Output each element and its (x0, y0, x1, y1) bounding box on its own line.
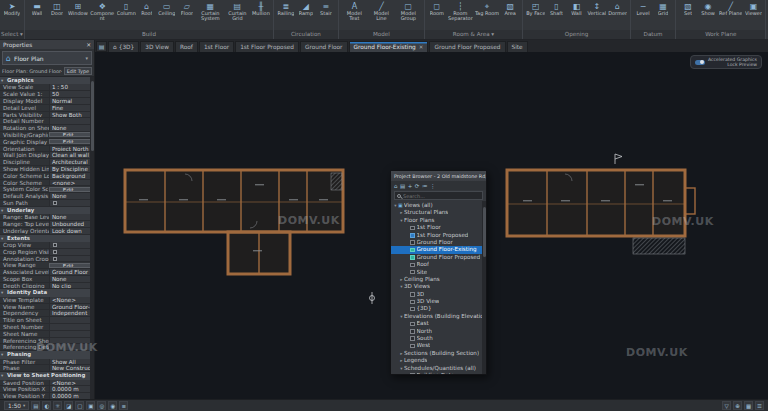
property-value[interactable]: No clip (49, 283, 94, 289)
view-checkbox[interactable] (410, 373, 415, 374)
browser-scrollbar[interactable] (482, 201, 486, 374)
tool-floor[interactable]: ▱Floor (177, 1, 197, 17)
tool-curtain-system[interactable]: ▦Curtain System (197, 1, 224, 22)
view-tab-ground-floor[interactable]: Ground Floor (300, 41, 348, 52)
graphics-toggle[interactable] (695, 60, 705, 65)
section-collapse-icon[interactable]: ▾ (1, 372, 3, 379)
view-checkbox[interactable] (410, 248, 415, 253)
tool-roof[interactable]: ⌂Roof (137, 1, 157, 17)
property-value[interactable]: 1 : 50 (49, 84, 94, 90)
tree-item-1st-floor[interactable]: 1st Floor (391, 224, 486, 231)
property-value[interactable] (49, 317, 94, 323)
tool-tag-room[interactable]: ⌖Tag Room (474, 1, 500, 17)
tool-by-face[interactable]: ◰By Face (525, 1, 546, 17)
section-collapse-icon[interactable]: ▾ (1, 77, 3, 84)
tree-item-schedules-quantities-all[interactable]: ▾Schedules/Quantities (all) (391, 365, 486, 372)
view-tab-3d-view[interactable]: 3D View (140, 41, 174, 52)
tool-railing[interactable]: ≣Railing (276, 1, 296, 17)
shadows-icon[interactable]: ◪ (64, 401, 73, 410)
selection-menu-icon[interactable]: ☰ (755, 401, 764, 410)
property-value[interactable]: Clean all wall joins (49, 152, 94, 158)
type-selector[interactable]: ⌂ Floor Plan ▾ (2, 51, 92, 65)
property-value[interactable]: Edit... (49, 187, 93, 192)
tool-show[interactable]: ◉Show (698, 1, 718, 17)
property-value[interactable] (49, 324, 94, 330)
property-section-phasing[interactable]: ▾Phasing (0, 351, 94, 358)
project-browser-titlebar[interactable]: Project Browser - 2 Old maidstone Rd, DA… (391, 171, 486, 181)
view-checkbox[interactable] (410, 233, 415, 238)
property-value[interactable]: By Discipline (49, 166, 94, 172)
property-value[interactable]: New Construction (49, 365, 94, 371)
view-tab-roof[interactable]: Roof (175, 41, 198, 52)
property-value[interactable] (49, 338, 94, 344)
property-value[interactable]: Normal (49, 98, 94, 104)
view-checkbox[interactable] (410, 255, 415, 260)
tree-item-roof[interactable]: Roof (391, 261, 486, 268)
visual-style-icon[interactable]: ◐ (42, 401, 51, 410)
filter-icon[interactable]: ▽ (722, 401, 731, 410)
view-checkbox[interactable] (410, 226, 415, 231)
tool-curtain-grid[interactable]: ▤Curtain Grid (224, 1, 251, 22)
tree-item-ceiling-plans[interactable]: ▸Ceiling Plans (391, 276, 486, 283)
property-value[interactable]: Ground Floor-Existing (49, 304, 94, 310)
refresh-icon[interactable]: ⟳ (415, 183, 420, 189)
sun-path-icon[interactable]: ☼ (53, 401, 62, 410)
property-value[interactable]: 0.0000 m (49, 386, 94, 392)
view-checkbox[interactable] (410, 329, 415, 334)
edit-type-button[interactable]: Edit Type (64, 67, 92, 75)
property-value[interactable]: Show Both (49, 112, 94, 118)
more-icon[interactable]: ⋮ (430, 183, 436, 189)
checkbox-icon[interactable] (53, 250, 58, 255)
tool-ref-plane[interactable]: ╱Ref Plane (718, 1, 743, 17)
section-collapse-icon[interactable]: ▾ (1, 289, 3, 296)
property-section-view-to-sheet-positioning[interactable]: ▾View to Sheet Positioning (0, 372, 94, 379)
tool-viewer[interactable]: ▣Viewer (743, 1, 763, 17)
view-tab-ground-floor-existing[interactable]: Ground Floor-Existing✕ (349, 41, 429, 52)
property-value[interactable] (49, 344, 94, 350)
tree-item-ground-floor[interactable]: Ground Floor (391, 239, 486, 246)
view-checkbox[interactable] (410, 336, 415, 341)
scrollbar-thumb[interactable] (483, 207, 486, 257)
property-value[interactable]: Ground Floor (49, 269, 94, 275)
property-value[interactable]: 0.0000 m (49, 393, 94, 399)
detail-level-icon[interactable]: ▤ (31, 401, 40, 410)
analytical-model-icon[interactable]: ≡ (119, 401, 128, 410)
close-tab-icon[interactable]: ✕ (419, 44, 424, 50)
add-icon[interactable]: + (408, 183, 413, 189)
tool-wall[interactable]: ◧Wall (566, 1, 586, 17)
drawing-canvas[interactable]: Accelerated Graphics Lock Preview Projec… (95, 52, 768, 399)
tool-component[interactable]: ❖Component (89, 1, 116, 22)
property-value[interactable]: None (49, 214, 94, 220)
tool-shaft[interactable]: ▯Shaft (546, 1, 566, 17)
tool-ramp[interactable]: ◢Ramp (296, 1, 316, 17)
property-value[interactable]: None (49, 125, 94, 131)
tool-set[interactable]: ▧Set (678, 1, 698, 17)
view-checkbox[interactable] (410, 270, 415, 275)
view-checkbox[interactable] (410, 240, 415, 245)
tool-ceiling[interactable]: ▭Ceiling (157, 1, 177, 17)
view-checkbox[interactable] (410, 263, 415, 268)
tool-model-line[interactable]: ╱Model Line (368, 1, 395, 22)
tool-window[interactable]: ⊞Window (67, 1, 89, 17)
viewport-controls[interactable]: Accelerated Graphics Lock Preview (690, 55, 762, 69)
tree-item-building-data[interactable]: Building Data (391, 372, 486, 374)
show-crop-region-icon[interactable]: ▣ (86, 401, 95, 410)
tool-model-text[interactable]: AModel Text (341, 1, 368, 22)
view-tab-ground-floor-proposed[interactable]: Ground Floor Proposed (429, 41, 505, 52)
property-value[interactable]: Show All (49, 359, 94, 365)
view-checkbox[interactable] (410, 300, 415, 305)
tool-column[interactable]: ▯Column (116, 1, 137, 17)
list-icon[interactable]: ≔ (422, 183, 428, 189)
property-value[interactable] (49, 256, 94, 262)
property-value[interactable]: Background (49, 173, 94, 179)
tree-item-north[interactable]: North (391, 328, 486, 335)
checkbox-icon[interactable] (53, 243, 58, 248)
property-value[interactable] (49, 242, 94, 248)
tree-item-elevations-building-elevation[interactable]: ▾Elevations (Building Elevation) (391, 313, 486, 320)
property-value[interactable] (49, 200, 94, 206)
property-value[interactable]: Fine (49, 105, 94, 111)
tool-vertical[interactable]: ↕Vertical (586, 1, 607, 17)
view-tab-1st-floor-proposed[interactable]: 1st Floor Proposed (235, 41, 299, 52)
property-value[interactable]: Edit... (49, 263, 93, 268)
property-value[interactable]: None (49, 193, 94, 199)
